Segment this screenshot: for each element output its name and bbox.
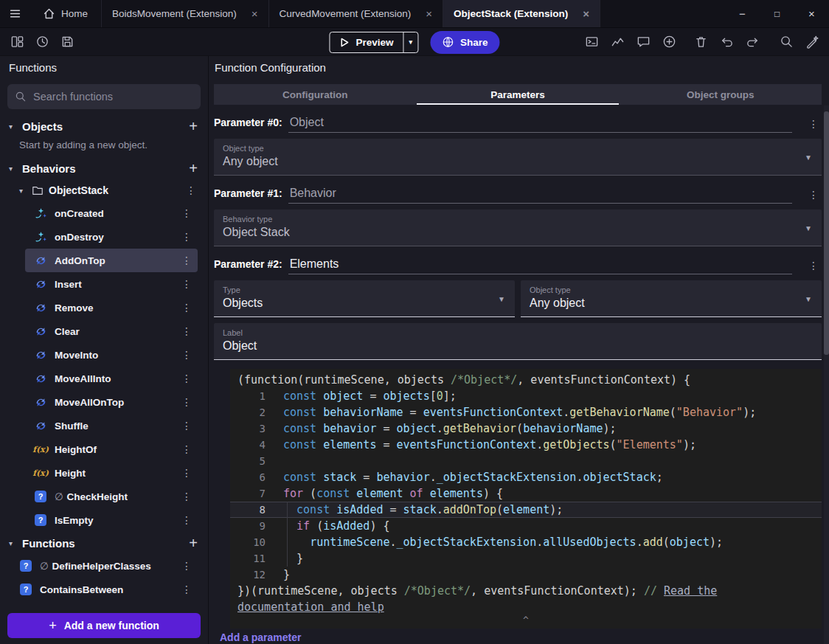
code-line[interactable]: 7for (const element of elements) { [230, 485, 822, 502]
code-line[interactable]: 8 const isAdded = stack.addOnTop(element… [230, 502, 822, 518]
code-line[interactable]: 2const behaviorName = eventsFunctionCont… [230, 404, 822, 420]
preview-button[interactable]: Preview ▾ [329, 32, 418, 53]
sidebar-function-item[interactable]: Clear ⋮ [25, 319, 198, 343]
tab-parameters[interactable]: Parameters [417, 84, 620, 105]
tab-boidsmovement[interactable]: BoidsMovement (Extension) × [102, 0, 269, 27]
code-line[interactable]: 4const elements = eventsFunctionContext.… [230, 437, 822, 453]
add-new-function-button[interactable]: + Add a new function [7, 613, 201, 638]
editor-collapse-handle[interactable]: ^ [230, 615, 822, 629]
sidebar-function-item[interactable]: ? ∅ CheckHeight ⋮ [25, 485, 198, 508]
redo-icon[interactable] [743, 32, 762, 52]
add-behavior-icon[interactable]: + [189, 161, 198, 176]
debugger-icon[interactable] [582, 32, 601, 52]
documentation-link[interactable]: documentation and help [237, 600, 384, 614]
search-functions-box[interactable] [7, 84, 201, 109]
documentation-link[interactable]: Read the [664, 584, 717, 598]
item-menu-icon[interactable]: ⋮ [181, 467, 198, 479]
item-menu-icon[interactable]: ⋮ [181, 231, 198, 243]
undo-icon[interactable] [717, 32, 736, 52]
tab-objectstack[interactable]: ObjectStack (Extension) × [443, 0, 600, 27]
parameter-name-input[interactable]: Elements [288, 257, 792, 274]
delete-icon[interactable] [691, 32, 710, 52]
add-object-icon[interactable]: + [189, 119, 198, 134]
scrollbar-thumb[interactable] [824, 111, 829, 355]
maximize-button[interactable]: □ [760, 0, 794, 27]
sidebar-function-item[interactable]: onDestroy ⋮ [25, 225, 198, 249]
code-line[interactable]: 3const behavior = object.getBehavior(beh… [230, 420, 822, 437]
section-behaviors[interactable]: ▾ Behaviors + [0, 157, 208, 179]
code-line[interactable]: 12} [230, 567, 822, 583]
parameter-menu-icon[interactable]: ⋮ [805, 118, 822, 133]
tab-object-groups[interactable]: Object groups [619, 84, 822, 105]
code-line[interactable]: 5 [230, 453, 822, 469]
section-functions[interactable]: ▾ Functions + [0, 532, 208, 554]
close-window-button[interactable]: × [794, 0, 829, 27]
sidebar-function-item[interactable]: Remove ⋮ [25, 296, 198, 319]
item-menu-icon[interactable]: ⋮ [181, 255, 198, 266]
sidebar-function-item[interactable]: Insert ⋮ [25, 272, 198, 296]
behavior-objectstack-row[interactable]: ▾ ObjectStack ⋮ [0, 179, 208, 201]
code-line[interactable]: 1const object = objects[0]; [230, 388, 822, 404]
magic-pen-icon[interactable] [802, 32, 822, 52]
code-line[interactable]: 9 if (isAdded) { [230, 518, 822, 534]
item-menu-icon[interactable]: ⋮ [181, 325, 198, 337]
tab-home[interactable]: Home [30, 0, 102, 27]
preview-dropdown-icon[interactable]: ▾ [403, 32, 417, 52]
item-menu-icon[interactable]: ⋮ [181, 514, 198, 526]
save-icon[interactable] [58, 32, 77, 52]
close-tab-icon[interactable]: × [426, 7, 432, 20]
sidebar-function-item[interactable]: f(x) HeightOf ⋮ [25, 437, 198, 461]
sidebar-function-item[interactable]: MoveAllOnTop ⋮ [25, 390, 198, 414]
section-objects[interactable]: ▾ Objects + [0, 115, 208, 137]
type-select[interactable]: Type Objects ▼ [214, 280, 515, 317]
vertical-scrollbar[interactable] [824, 105, 829, 644]
parameter-name-input[interactable]: Behavior [288, 187, 792, 204]
parameter-menu-icon[interactable]: ⋮ [805, 260, 822, 274]
behavior-type-select[interactable]: Behavior type Object Stack ▼ [214, 210, 822, 246]
item-menu-icon[interactable]: ⋮ [181, 302, 198, 314]
javascript-code-editor[interactable]: (function(runtimeScene, objects /*Object… [230, 369, 822, 629]
item-menu-icon[interactable]: ⋮ [181, 278, 198, 290]
minimize-button[interactable]: − [725, 0, 760, 27]
item-menu-icon[interactable]: ⋮ [181, 396, 198, 408]
search-icon[interactable] [777, 32, 796, 52]
sidebar-function-item[interactable]: Shuffle ⋮ [25, 414, 198, 437]
object-type-select[interactable]: Object type Any object ▼ [521, 280, 822, 317]
item-menu-icon[interactable]: ⋮ [181, 443, 198, 455]
close-tab-icon[interactable]: × [583, 7, 589, 20]
sidebar-function-item[interactable]: MoveInto ⋮ [25, 343, 198, 367]
search-functions-input[interactable] [33, 91, 193, 103]
sidebar-function-item[interactable]: f(x) Height ⋮ [25, 461, 198, 485]
close-tab-icon[interactable]: × [252, 7, 258, 20]
tab-configuration[interactable]: Configuration [214, 84, 417, 105]
tab-curvedmovement[interactable]: CurvedMovement (Extension) × [269, 0, 443, 27]
code-line[interactable]: 11 } [230, 550, 822, 567]
item-menu-icon[interactable]: ⋮ [181, 207, 198, 219]
menu-icon[interactable] [0, 0, 30, 27]
item-menu-icon[interactable]: ⋮ [181, 584, 198, 595]
history-icon[interactable] [32, 32, 52, 52]
item-menu-icon[interactable]: ⋮ [186, 184, 208, 196]
sidebar-function-item[interactable]: AddOnTop ⋮ [25, 249, 198, 272]
add-free-function-icon[interactable]: + [189, 536, 198, 550]
sidebar-function-item[interactable]: ? IsEmpty ⋮ [25, 508, 198, 532]
item-menu-icon[interactable]: ⋮ [181, 491, 198, 502]
panels-layout-icon[interactable] [7, 32, 27, 52]
object-type-select[interactable]: Object type Any object ▼ [214, 139, 822, 176]
add-parameter-button[interactable]: Add a parameter [220, 631, 822, 643]
sidebar-function-item[interactable]: MoveAllInto ⋮ [25, 367, 198, 390]
item-menu-icon[interactable]: ⋮ [181, 420, 198, 432]
parameter-menu-icon[interactable]: ⋮ [805, 189, 822, 204]
item-menu-icon[interactable]: ⋮ [181, 560, 198, 572]
parameter-name-input[interactable]: Object [288, 116, 792, 133]
label-text-field[interactable]: Label Object [214, 323, 822, 360]
add-event-icon[interactable] [659, 32, 679, 52]
add-comment-icon[interactable] [634, 32, 653, 52]
code-line[interactable]: 6const stack = behavior._objectStackExte… [230, 469, 822, 485]
item-menu-icon[interactable]: ⋮ [181, 349, 198, 361]
sidebar-function-item[interactable]: onCreated ⋮ [25, 201, 198, 225]
share-button[interactable]: Share [430, 31, 500, 54]
profiler-icon[interactable] [608, 32, 627, 52]
sidebar-function-item[interactable]: ? ContainsBetween ⋮ [10, 578, 198, 601]
item-menu-icon[interactable]: ⋮ [181, 373, 198, 384]
